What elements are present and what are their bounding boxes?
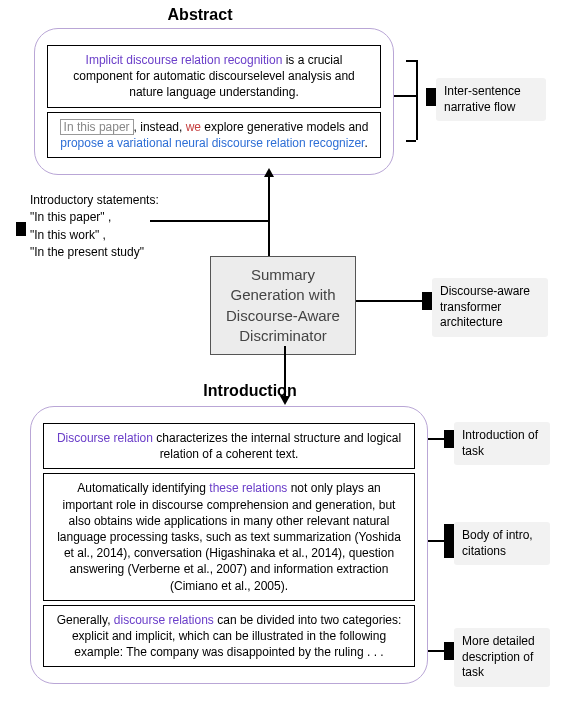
- introduction-panel: Discourse relation characterizes the int…: [30, 406, 428, 684]
- connector-stub: [422, 292, 432, 310]
- intro-s3-highlight: discourse relations: [114, 613, 214, 627]
- connector-line: [406, 140, 416, 142]
- connector-line: [356, 300, 422, 302]
- intro-s1-rest: characterizes the internal structure and…: [153, 431, 401, 461]
- arrow-up-icon: [264, 168, 274, 177]
- intro-sentence-3: Generally, discourse relations can be di…: [43, 605, 415, 668]
- annotation-more-detail: More detailed description of task: [454, 628, 550, 687]
- abstract-s1-highlight: Implicit discourse relation recognition: [86, 53, 283, 67]
- annotation-discourse-arch: Discourse-aware transformer architecture: [432, 278, 548, 337]
- connector-line: [406, 60, 416, 62]
- abstract-s2-proposal: propose a variational neural discourse r…: [60, 136, 364, 150]
- introduction-title: Introduction: [120, 382, 380, 400]
- abstract-sentence-1: Implicit discourse relation recognition …: [47, 45, 381, 108]
- abstract-s2-tail: .: [364, 136, 367, 150]
- intro-s2-highlight: these relations: [209, 481, 287, 495]
- intro-s3-pre: Generally,: [57, 613, 114, 627]
- annotation-intro-task: Introduction of task: [454, 422, 550, 465]
- model-box-l1: Summary: [217, 265, 349, 285]
- introductory-statements-block: Introductory statements: "In this paper"…: [30, 192, 180, 262]
- connector-stub: [444, 430, 454, 448]
- intro-statements-heading: Introductory statements:: [30, 192, 180, 209]
- abstract-panel: Implicit discourse relation recognition …: [34, 28, 394, 175]
- intro-statements-line2: "In this work" ,: [30, 227, 180, 244]
- abstract-s2-we: we: [186, 120, 201, 134]
- intro-s2-pre: Automatically identifying: [77, 481, 209, 495]
- intro-statements-line1: "In this paper" ,: [30, 209, 180, 226]
- model-box: Summary Generation with Discourse-Aware …: [210, 256, 356, 355]
- connector-line: [268, 176, 270, 256]
- connector-stub: [426, 88, 436, 106]
- abstract-s2-boxed-phrase: In this paper: [60, 119, 134, 135]
- annotation-body-intro: Body of intro, citations: [454, 522, 550, 565]
- connector-line: [428, 540, 444, 542]
- connector-line: [416, 60, 418, 140]
- annotation-inter-sentence: Inter-sentence narrative flow: [436, 78, 546, 121]
- intro-s2-rest: not only plays an important role in disc…: [57, 481, 401, 592]
- connector-stub: [444, 524, 454, 558]
- intro-sentence-2: Automatically identifying these relation…: [43, 473, 415, 600]
- connector-stub: [444, 642, 454, 660]
- model-box-l3: Discourse-Aware: [217, 306, 349, 326]
- abstract-s2-mid: , instead,: [134, 120, 186, 134]
- connector-line: [394, 95, 416, 97]
- intro-statements-line3: "In the present study": [30, 244, 180, 261]
- intro-sentence-1: Discourse relation characterizes the int…: [43, 423, 415, 469]
- abstract-title: Abstract: [0, 6, 400, 24]
- model-box-l2: Generation with: [217, 285, 349, 305]
- model-box-l4: Discriminator: [217, 326, 349, 346]
- connector-line: [428, 650, 444, 652]
- abstract-sentence-2: In this paper, instead, we explore gener…: [47, 112, 381, 158]
- abstract-s2-mid2: explore generative models and: [201, 120, 368, 134]
- connector-line: [428, 438, 444, 440]
- connector-stub: [16, 222, 26, 236]
- intro-s1-highlight: Discourse relation: [57, 431, 153, 445]
